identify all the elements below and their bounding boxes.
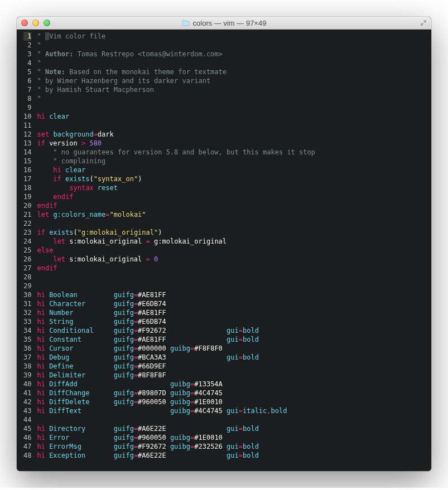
- code-line[interactable]: if version > 580: [37, 139, 427, 148]
- window-title: colors — vim — 97×49: [17, 19, 431, 27]
- code-line[interactable]: hi Character guifg=#E6DB74: [37, 299, 427, 308]
- line-number: 29: [23, 282, 31, 290]
- code-line[interactable]: hi Define guifg=#66D9EF: [37, 362, 427, 371]
- code-line[interactable]: [37, 121, 427, 130]
- code-line[interactable]: if exists("g:molokai_original"): [37, 228, 427, 237]
- token: [74, 318, 114, 326]
- token: #232526: [194, 443, 227, 450]
- code-line[interactable]: hi clear: [37, 112, 427, 121]
- token: let: [37, 211, 49, 219]
- minimize-icon[interactable]: [32, 20, 39, 26]
- code-line[interactable]: hi Delimiter guifg=#8F8F8F: [37, 371, 427, 380]
- token: #F8F8F0: [194, 345, 223, 352]
- line-number: 40: [23, 380, 31, 389]
- token: if: [37, 139, 45, 147]
- token: hi: [37, 371, 45, 379]
- token: ": [37, 41, 41, 49]
- code-line[interactable]: [37, 415, 427, 424]
- code-line[interactable]: ": [37, 41, 427, 50]
- code-line[interactable]: " no guarantees for version 5.8 and belo…: [37, 148, 427, 157]
- token: hi: [37, 362, 45, 370]
- code-line[interactable]: hi clear: [37, 166, 427, 174]
- code-line[interactable]: " Vim color file: [37, 32, 427, 41]
- code-line[interactable]: hi Cursor guifg=#000000 guibg=#F8F8F0: [37, 344, 427, 353]
- line-number: 17: [23, 174, 31, 183]
- fullscreen-icon[interactable]: [420, 20, 427, 26]
- code-line[interactable]: [37, 282, 427, 290]
- code-line[interactable]: hi DiffChange guifg=#89807D guibg=#4C474…: [37, 389, 427, 397]
- code-line[interactable]: " by Wimer Hazenberg and its darker vari…: [37, 76, 427, 85]
- line-number: 1: [23, 32, 31, 41]
- token: " complaining: [53, 157, 105, 165]
- code-line[interactable]: hi Constant guifg=#AE81FF gui=bold: [37, 335, 427, 344]
- code-line[interactable]: hi String guifg=#E6DB74: [37, 317, 427, 326]
- code-line[interactable]: ": [37, 59, 427, 67]
- code-line[interactable]: hi DiffText guibg=#4C4745 gui=italic,bol…: [37, 406, 427, 415]
- token: ErrorMsg: [49, 443, 81, 450]
- code-line[interactable]: [37, 103, 427, 112]
- line-number: 8: [23, 94, 31, 103]
- line-number: 34: [23, 326, 31, 335]
- token: hi: [37, 300, 45, 308]
- zoom-icon[interactable]: [44, 20, 50, 26]
- token: hi: [37, 113, 45, 120]
- token: #66D9EF: [138, 362, 166, 370]
- token: syntax: [69, 184, 93, 192]
- code-line[interactable]: set background=dark: [37, 130, 427, 139]
- code-line[interactable]: hi Debug guifg=#BCA3A3 gui=bold: [37, 353, 427, 362]
- code-line[interactable]: hi ErrorMsg guifg=#F92672 guibg=#232526 …: [37, 442, 427, 451]
- code-line[interactable]: hi Conditional guifg=#F92672 gui=bold: [37, 326, 427, 335]
- code-line[interactable]: " Author: Tomas Restrepo <tomas@winterdo…: [37, 50, 427, 59]
- token: guibg: [170, 407, 190, 415]
- code-line[interactable]: ": [37, 94, 427, 103]
- code-line[interactable]: hi Number guifg=#AE81FF: [37, 308, 427, 317]
- token: if: [53, 175, 61, 183]
- code-line[interactable]: let s:molokai_original = g:molokai_origi…: [37, 237, 427, 246]
- editor[interactable]: 1234567891011121314151617181920212223242…: [17, 30, 431, 471]
- token: guibg: [170, 380, 190, 388]
- code-line[interactable]: endif: [37, 201, 427, 210]
- code-line[interactable]: hi DiffDelete guifg=#960050 guibg=#1E001…: [37, 397, 427, 406]
- line-number: 38: [23, 362, 31, 371]
- code-line[interactable]: hi Boolean guifg=#AE81FF: [37, 290, 427, 299]
- token: Directory: [49, 425, 85, 433]
- token: " by Hamish Stuart Macpherson: [37, 86, 154, 94]
- code-line[interactable]: hi DiffAdd guibg=#13354A: [37, 380, 427, 389]
- token: gui: [227, 443, 239, 450]
- code-line[interactable]: " by Hamish Stuart Macpherson: [37, 85, 427, 94]
- code-line[interactable]: [37, 219, 427, 228]
- code-line[interactable]: " complaining: [37, 157, 427, 166]
- token: #F92672: [138, 327, 227, 334]
- token: ": [37, 95, 41, 103]
- line-number: 44: [23, 415, 31, 424]
- token: [78, 380, 170, 388]
- token: guifg: [114, 443, 134, 450]
- token: endif: [53, 193, 73, 201]
- code-line[interactable]: endif: [37, 264, 427, 273]
- token: ": [37, 59, 41, 67]
- code-line[interactable]: hi Directory guifg=#A6E22E gui=bold: [37, 424, 427, 433]
- token: #1E0010: [194, 434, 223, 442]
- titlebar[interactable]: colors — vim — 97×49: [17, 17, 431, 30]
- code-line[interactable]: hi Exception guifg=#A6E22E gui=bold: [37, 451, 427, 460]
- code-line[interactable]: let g:colors_name="molokai": [37, 210, 427, 219]
- code-line[interactable]: " Note: Based on the monokai theme for t…: [37, 67, 427, 76]
- token: guifg: [114, 300, 134, 308]
- token: ): [138, 175, 142, 183]
- token: bold: [243, 336, 259, 343]
- line-number: 27: [23, 264, 31, 273]
- token: hi: [37, 380, 45, 388]
- code-line[interactable]: [37, 273, 427, 282]
- code-line[interactable]: syntax reset: [37, 183, 427, 192]
- line-number: 16: [23, 166, 31, 174]
- code-line[interactable]: endif: [37, 192, 427, 201]
- code-area[interactable]: " Vim color file"" Author: Tomas Restrep…: [35, 32, 427, 467]
- token: #8F8F8F: [138, 371, 166, 379]
- close-icon[interactable]: [21, 20, 28, 26]
- code-line[interactable]: let s:molokai_original = 0: [37, 255, 427, 264]
- token: "syntax_on": [94, 175, 138, 183]
- token: Define: [49, 362, 73, 370]
- code-line[interactable]: if exists("syntax_on"): [37, 174, 427, 183]
- code-line[interactable]: hi Error guifg=#960050 guibg=#1E0010: [37, 433, 427, 442]
- code-line[interactable]: else: [37, 246, 427, 255]
